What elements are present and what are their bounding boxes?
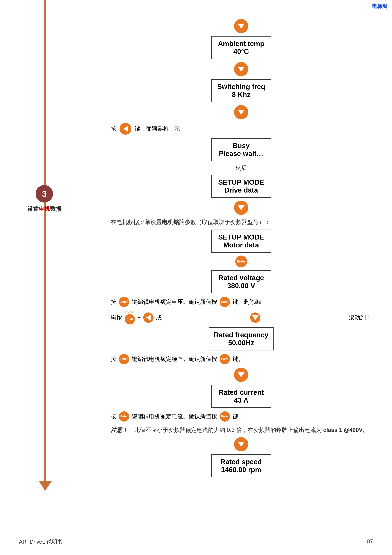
arrow-down-3	[234, 105, 248, 119]
voltage-edit-row1: 按 Enter 键编辑电机额定电压。确认新值按 Enter 键，删除编	[111, 297, 372, 307]
switching-freq-box: Switching freq 8 Khz	[211, 79, 271, 102]
enter-icon-3: Enter	[220, 297, 230, 307]
enter-icon-6: Enter	[119, 411, 129, 422]
enter-icon-2: Enter	[119, 297, 129, 307]
arrow-down-6	[234, 437, 248, 451]
press-back-row: 按 键，变频器将显示：	[111, 123, 372, 135]
escape-label: Escape	[125, 311, 135, 314]
flow-arrow-bottom	[39, 481, 52, 490]
note-row: 注意！ 此值不应小于变频器额定电流的大约 0.3 倍，在变频器的铭牌上输出电流为…	[111, 425, 372, 435]
step-circle: 3	[36, 185, 53, 203]
busy-box: Busy Please wait…	[211, 138, 271, 161]
arrow-down-2	[234, 62, 248, 76]
rated-frequency-box: Rated frequency 50.00Hz	[209, 327, 274, 351]
back-button-icon-2	[143, 313, 154, 323]
arrow-section-2	[111, 62, 372, 76]
arrow-down-4	[234, 201, 248, 215]
current-edit-row: 按 Enter 键编辑电机额定电流。确认新值按 Enter 键。	[111, 411, 372, 422]
flow-content: Ambient temp 40°C Switching freq 8 Khz 按…	[111, 19, 372, 480]
footer-right: 87	[367, 538, 373, 546]
busy-section: Busy Please wait…	[111, 138, 372, 161]
rated-voltage-box: Rated voltage 380.00 V	[211, 270, 271, 293]
shift-icon: Shift	[125, 314, 135, 324]
rated-current-box: Rated current 43 A	[211, 385, 271, 408]
arrow-down-small	[250, 313, 260, 323]
rated-current-section: Rated current 43 A	[111, 385, 372, 408]
switching-freq-section: Switching freq 8 Khz	[111, 79, 372, 102]
enter-arrow-section: Enter	[111, 256, 372, 267]
then-label: 然后	[111, 164, 372, 172]
watermark: 电梯阁	[372, 3, 387, 10]
setup-mode-motor-section: SETUP MODE Motor data	[111, 230, 372, 253]
setup-mode-motor-box: SETUP MODE Motor data	[211, 230, 271, 253]
enter-icon-4: Enter	[119, 354, 129, 364]
footer-left: ARTDriveL 说明书	[19, 538, 63, 546]
voltage-edit-row2: 辑按 Escape Shift + 或 滚动到：	[111, 311, 372, 324]
arrow-down-1	[234, 19, 248, 33]
arrow-down-5	[234, 368, 248, 382]
enter-icon-1: Enter	[235, 256, 247, 267]
arrow-section-5	[111, 368, 372, 382]
rated-speed-box: Rated speed 1460.00 rpm	[211, 454, 271, 477]
rated-frequency-section: Rated frequency 50.00Hz	[111, 327, 372, 351]
back-button-icon	[120, 123, 131, 135]
freq-edit-row: 按 Enter 键编辑电机额定频率。确认新值按 Enter 键。	[111, 354, 372, 364]
setup-mode-drive-box: SETUP MODE Drive data	[211, 175, 271, 198]
arrow-section-4	[111, 201, 372, 215]
enter-icon-5: Enter	[220, 354, 230, 364]
rated-voltage-section: Rated voltage 380.00 V	[111, 270, 372, 293]
footer: ARTDriveL 说明书 87	[0, 538, 392, 546]
ambient-temp-section: Ambient temp 40°C	[111, 19, 372, 59]
flow-line	[44, 0, 46, 490]
arrow-section-3	[111, 105, 372, 119]
motor-data-instruction: 在电机数据菜单设置电机铭牌参数（取值取决于变频器型号）：	[111, 218, 372, 226]
setup-mode-drive-section: SETUP MODE Drive data	[111, 175, 372, 198]
arrow-section-6	[111, 437, 372, 451]
rated-speed-section: Rated speed 1460.00 rpm	[111, 454, 372, 477]
ambient-temp-box: Ambient temp 40°C	[211, 36, 271, 59]
enter-icon-7: Enter	[220, 411, 230, 422]
step-label: 设置电机数据	[24, 205, 65, 213]
step-box: 3 设置电机数据	[24, 185, 65, 213]
shift-escape-group: Escape Shift	[125, 311, 135, 324]
